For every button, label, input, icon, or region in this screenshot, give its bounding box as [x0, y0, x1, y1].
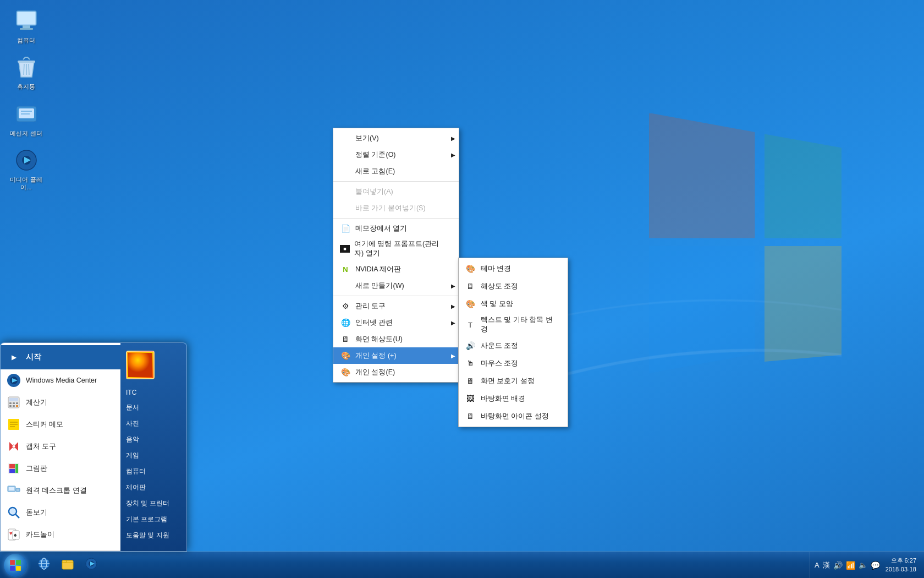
- start-arrow-icon: ▶: [6, 350, 21, 365]
- taskbar-clock[interactable]: 오후 6:27 2018-03-18: [882, 557, 920, 574]
- svg-rect-1: [18, 12, 35, 24]
- ctx-sep2: [333, 218, 459, 219]
- volume-icon[interactable]: 🔊: [833, 561, 843, 570]
- start-item-calc[interactable]: 계산기: [1, 391, 120, 413]
- sub-mouse[interactable]: 🖱 마우스 조정: [459, 355, 568, 372]
- ctx-resolution-icon: 🖥: [340, 334, 351, 345]
- ctx-cmd[interactable]: ■ 여기에 명령 프롬프트(관리자) 열기: [333, 237, 459, 261]
- ctx-admin-icon: ⚙: [340, 301, 351, 312]
- ctx-view-label: 보기(V): [355, 134, 379, 143]
- start-item-magnifier[interactable]: 돋보기: [1, 501, 120, 524]
- start-right-music[interactable]: 음악: [120, 432, 186, 447]
- desktop-icon-messenger[interactable]: 메신저 센터: [6, 99, 47, 139]
- ctx-sort[interactable]: 정렬 기준(O) ▶: [333, 146, 459, 163]
- sub-wallpaper-label: 바탕화면 배경: [481, 394, 525, 403]
- ctx-refresh[interactable]: 새로 고침(E): [333, 163, 459, 179]
- desktop-icon-recycle[interactable]: 휴지통: [6, 52, 47, 92]
- ctx-internet[interactable]: 🌐 인터넷 관련 ▶: [333, 314, 459, 331]
- start-button[interactable]: [0, 552, 31, 579]
- ctx-refresh-icon: [340, 166, 351, 177]
- start-item-sticky[interactable]: 스티커 메모: [1, 413, 120, 435]
- desktop: 컴퓨터 휴지통: [0, 0, 924, 578]
- start-item-solitaire[interactable]: ♥ ♠ 카드놀이: [1, 524, 120, 546]
- svg-rect-37: [9, 487, 14, 490]
- start-right-computer[interactable]: 컴퓨터: [120, 464, 186, 479]
- ctx-nvidia[interactable]: N NVIDIA 제어판: [333, 261, 459, 277]
- svg-text:♠: ♠: [14, 532, 17, 538]
- ctx-resolution[interactable]: 🖥 화면 해상도(U): [333, 331, 459, 347]
- start-right-devices[interactable]: 장치 및 프린터: [120, 496, 186, 511]
- ctx-new[interactable]: 새로 만들기(W) ▶: [333, 277, 459, 294]
- taskbar-item-explorer[interactable]: [57, 555, 79, 575]
- ctx-sort-label: 정렬 기준(O): [355, 150, 396, 160]
- start-magnifier-label: 돋보기: [26, 508, 47, 517]
- ctx-paste-icon: [340, 186, 351, 197]
- user-avatar[interactable]: [126, 351, 155, 379]
- taskbar-item-wmp[interactable]: [80, 555, 102, 575]
- ctx-nvidia-label: NVIDIA 제어판: [355, 265, 401, 274]
- desktop-icon-computer[interactable]: 컴퓨터: [6, 6, 47, 46]
- explorer-icon: [61, 557, 74, 573]
- sub-sound[interactable]: 🔊 사운드 조정: [459, 337, 568, 355]
- start-item-wmc[interactable]: Windows Media Center: [1, 369, 120, 391]
- start-right-docs[interactable]: 문서: [120, 400, 186, 415]
- ctx-personal[interactable]: 🎨 개인 설정(E): [333, 364, 459, 380]
- context-menu: 보기(V) ▶ 정렬 기준(O) ▶ 새로 고침(E) 붙여넣기(A) 바로 가…: [333, 128, 459, 383]
- start-right-itc[interactable]: ITC: [120, 386, 186, 399]
- ime-korean-icon[interactable]: 漢: [823, 560, 830, 570]
- sub-sound-icon: 🔊: [464, 340, 476, 352]
- ctx-view-arrow: ▶: [451, 135, 455, 141]
- svg-rect-21: [9, 402, 12, 404]
- start-all-programs[interactable]: ▶ 모든 프로그램: [1, 550, 120, 552]
- network-icon[interactable]: 📶: [846, 561, 855, 570]
- calc-icon: [6, 395, 21, 410]
- ctx-personal-plus[interactable]: 🎨 개인 설정 (+) ▶: [333, 347, 459, 364]
- ctx-view-icon: [340, 133, 351, 144]
- start-right-control[interactable]: 제어판: [120, 480, 186, 495]
- ctx-cmd-label: 여기에 명령 프롬프트(관리자) 열기: [354, 239, 448, 258]
- solitaire-icon: ♥ ♠: [6, 527, 21, 542]
- ctx-cmd-icon: ■: [340, 245, 350, 253]
- start-item-start[interactable]: ▶ 시작: [1, 345, 120, 369]
- start-item-paint[interactable]: 그림판: [1, 457, 120, 479]
- ctx-notepad[interactable]: 📄 메모장에서 열기: [333, 220, 459, 237]
- audio-icon[interactable]: 🔈: [859, 561, 867, 569]
- action-center-icon[interactable]: 💬: [871, 561, 880, 570]
- start-right-header: [120, 347, 186, 385]
- start-right-games[interactable]: 게임: [120, 448, 186, 463]
- start-right-help[interactable]: 도움말 및 지원: [120, 528, 186, 543]
- ctx-personal-plus-arrow: ▶: [451, 353, 455, 359]
- ctx-personal-label: 개인 설정(E): [355, 368, 395, 377]
- sub-wallpaper[interactable]: 🖼 바탕화면 배경: [459, 390, 568, 407]
- svg-rect-34: [9, 469, 15, 473]
- sub-wallpaper-icon: 🖼: [464, 392, 476, 405]
- ctx-new-arrow: ▶: [451, 283, 455, 289]
- start-remote-label: 원격 데스크톱 연결: [26, 486, 87, 495]
- sub-text[interactable]: T 텍스트 및 기타 항목 변경: [459, 313, 568, 337]
- sub-theme[interactable]: 🎨 테마 변경: [459, 260, 568, 277]
- media-icon-img: [13, 147, 40, 173]
- ctx-view[interactable]: 보기(V) ▶: [333, 130, 459, 146]
- sub-resolution[interactable]: 🖥 해상도 조정: [459, 277, 568, 295]
- start-label: 시작: [26, 352, 41, 362]
- svg-rect-23: [16, 402, 18, 404]
- sub-color[interactable]: 🎨 색 및 모양: [459, 295, 568, 313]
- start-right-default-programs[interactable]: 기본 프로그램: [120, 512, 186, 527]
- sub-screensaver[interactable]: 🖥 화면 보호기 설정: [459, 372, 568, 390]
- start-item-remote[interactable]: 원격 데스크톱 연결: [1, 479, 120, 501]
- wmp-icon: [85, 557, 98, 573]
- ctx-nvidia-icon: N: [340, 264, 351, 275]
- ctx-admin[interactable]: ⚙ 관리 도구 ▶: [333, 298, 459, 314]
- recycle-icon-label: 휴지통: [17, 83, 35, 90]
- sub-desktop-icons[interactable]: 🖥 바탕화면 아이콘 설정: [459, 407, 568, 425]
- start-right-photos[interactable]: 사진: [120, 416, 186, 431]
- personal-submenu: 🎨 테마 변경 🖥 해상도 조정 🎨 색 및 모양 T 텍스트 및 기타 항목 …: [458, 258, 568, 427]
- desktop-icon-media[interactable]: 미디어 플레이...: [6, 145, 47, 194]
- ctx-notepad-icon: 📄: [340, 223, 351, 234]
- ime-icon[interactable]: A: [815, 561, 820, 569]
- start-item-snipping[interactable]: 캡처 도구: [1, 435, 120, 457]
- start-orb[interactable]: [4, 554, 27, 577]
- start-calc-label: 계산기: [26, 398, 47, 407]
- ctx-sort-arrow: ▶: [451, 152, 455, 158]
- taskbar-item-ie[interactable]: [33, 555, 55, 575]
